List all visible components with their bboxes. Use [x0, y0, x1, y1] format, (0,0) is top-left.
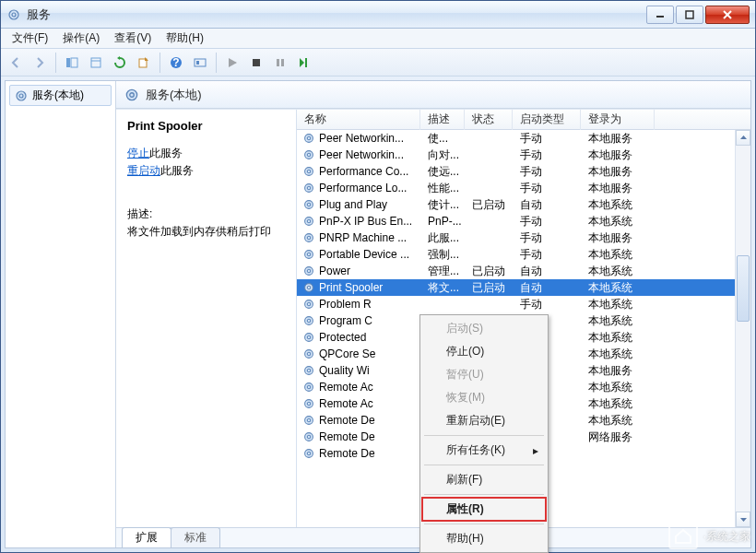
service-row[interactable]: Problem R手动本地系统 — [297, 296, 750, 312]
desc-label: 描述: — [127, 206, 285, 222]
refresh-button[interactable] — [109, 52, 131, 74]
service-row[interactable]: Power管理...已启动自动本地系统 — [297, 263, 750, 279]
ctx-restart[interactable]: 重新启动(E) — [422, 409, 546, 432]
restart-suffix: 此服务 — [160, 164, 194, 177]
service-icon — [302, 132, 315, 145]
separator — [159, 53, 160, 73]
cell-name: Print Spooler — [319, 281, 428, 294]
scroll-down-button[interactable] — [736, 512, 750, 527]
service-row[interactable]: PNRP Machine ...此服...手动本地服务 — [297, 229, 750, 246]
export-button[interactable] — [133, 52, 155, 74]
menu-help[interactable]: 帮助(H) — [159, 29, 211, 48]
ctx-stop[interactable]: 停止(O) — [422, 340, 546, 363]
cell-logon: 本地服务 — [588, 147, 662, 163]
menu-file[interactable]: 文件(F) — [5, 29, 55, 48]
service-row[interactable]: Peer Networkin...向对...手动本地服务 — [297, 147, 750, 163]
help-button[interactable]: ? — [165, 52, 187, 74]
forward-button[interactable] — [29, 52, 51, 74]
service-row[interactable]: Performance Lo...性能...手动本地服务 — [297, 180, 750, 196]
menu-action[interactable]: 操作(A) — [55, 29, 107, 48]
cell-logon: 本地系统 — [588, 214, 662, 229]
service-icon — [302, 215, 315, 228]
window-title: 服务 — [27, 6, 644, 23]
ctx-refresh[interactable]: 刷新(F) — [422, 468, 546, 491]
cell-name: PnP-X IP Bus En... — [319, 215, 428, 228]
ctx-resume[interactable]: 恢复(M) — [422, 386, 546, 409]
svg-rect-15 — [281, 59, 284, 66]
pause-service-button[interactable] — [269, 52, 291, 74]
cell-name: Peer Networkin... — [319, 148, 428, 161]
toolbar-icon[interactable] — [189, 52, 211, 74]
cell-name: Remote Ac — [319, 397, 428, 410]
ctx-start[interactable]: 启动(S) — [422, 317, 546, 340]
tab-standard[interactable]: 标准 — [171, 527, 220, 547]
main-header-label: 服务(本地) — [146, 87, 202, 103]
tab-extended[interactable]: 扩展 — [122, 527, 171, 547]
maximize-button[interactable] — [676, 6, 703, 24]
service-icon — [302, 165, 315, 178]
service-icon — [302, 265, 315, 277]
menu-view[interactable]: 查看(V) — [107, 29, 159, 48]
service-row[interactable]: Portable Device ...强制...手动本地系统 — [297, 246, 750, 263]
scroll-thumb[interactable] — [737, 255, 750, 322]
cell-logon: 本地系统 — [588, 313, 662, 329]
ctx-properties[interactable]: 属性(R) — [422, 498, 546, 521]
close-button[interactable] — [705, 6, 750, 24]
col-status[interactable]: 状态 — [465, 110, 513, 130]
ctx-pause[interactable]: 暂停(U) — [422, 363, 546, 386]
desc-text: 将文件加载到内存供稍后打印 — [127, 224, 285, 240]
cell-name: Performance Co... — [319, 165, 428, 178]
ctx-alltasks[interactable]: 所有任务(K)▸ — [422, 439, 546, 462]
menubar: 文件(F) 操作(A) 查看(V) 帮助(H) — [1, 29, 755, 49]
cell-startup: 手动 — [520, 247, 588, 263]
ctx-help[interactable]: 帮助(H) — [422, 527, 546, 550]
restart-service-button[interactable] — [293, 52, 315, 74]
col-startup[interactable]: 启动类型 — [513, 110, 581, 130]
separator — [424, 465, 544, 465]
scrollbar[interactable] — [735, 130, 750, 527]
cell-status: 已启动 — [472, 264, 520, 279]
col-desc[interactable]: 描述 — [420, 110, 465, 130]
scroll-up-button[interactable] — [736, 130, 750, 146]
stop-link[interactable]: 停止 — [127, 147, 149, 159]
cell-name: Plug and Play — [319, 198, 428, 211]
back-button[interactable] — [5, 52, 27, 74]
service-row[interactable]: Print Spooler将文...已启动自动本地系统 — [297, 279, 750, 296]
cell-logon: 本地服务 — [588, 230, 662, 246]
cell-name: Portable Device ... — [319, 248, 428, 261]
cell-desc: 此服... — [428, 230, 472, 246]
cell-desc: 将文... — [428, 280, 472, 296]
service-row[interactable]: PnP-X IP Bus En...PnP-...手动本地系统 — [297, 213, 750, 229]
service-icon — [302, 397, 315, 410]
restart-link[interactable]: 重启动 — [127, 164, 160, 177]
service-row[interactable]: Peer Networkin...使...手动本地服务 — [297, 130, 750, 147]
tree-pane[interactable]: 服务(本地) — [6, 81, 116, 547]
cell-desc: 使计... — [428, 197, 472, 213]
body: 服务(本地) 服务(本地) Print Spooler 停止此服务 重启动此服务… — [5, 80, 751, 548]
detail-pane: Print Spooler 停止此服务 重启动此服务 描述: 将文件加载到内存供… — [116, 110, 297, 527]
service-icon — [302, 148, 315, 161]
properties-button[interactable] — [85, 52, 107, 74]
cell-logon: 本地系统 — [588, 330, 662, 346]
service-row[interactable]: Performance Co...使远...手动本地服务 — [297, 163, 750, 180]
start-service-button[interactable] — [221, 52, 243, 74]
svg-rect-5 — [71, 58, 77, 67]
col-logon[interactable]: 登录为 — [581, 110, 655, 130]
toolbar: ? — [1, 49, 755, 76]
titlebar[interactable]: 服务 — [1, 1, 755, 29]
cell-desc: 强制... — [428, 247, 472, 263]
cell-startup: 手动 — [520, 181, 588, 196]
cell-name: Peer Networkin... — [319, 132, 428, 145]
stop-service-button[interactable] — [245, 52, 267, 74]
show-hide-tree-button[interactable] — [61, 52, 83, 74]
tree-root-item[interactable]: 服务(本地) — [9, 85, 112, 106]
minimize-button[interactable] — [646, 6, 674, 24]
cell-name: Program C — [319, 314, 428, 327]
col-name[interactable]: 名称 — [297, 110, 420, 130]
cell-logon: 本地服务 — [588, 181, 662, 196]
service-icon — [302, 331, 315, 344]
service-icon — [302, 364, 315, 377]
services-icon — [14, 88, 29, 103]
svg-rect-16 — [305, 58, 307, 67]
service-row[interactable]: Plug and Play使计...已启动自动本地系统 — [297, 196, 750, 213]
